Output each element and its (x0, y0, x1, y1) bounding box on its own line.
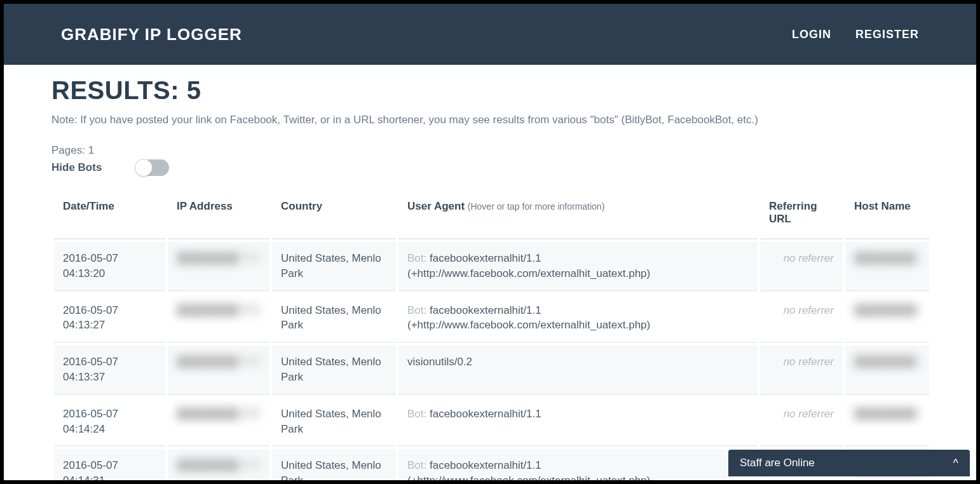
cell-user-agent[interactable]: Bot: facebookexternalhit/1.1 (+http://ww… (398, 242, 758, 292)
table-row: 2016-05-07 04:14:24████████United States… (54, 398, 929, 447)
cell-date: 2016-05-07 04:14:31 (54, 449, 165, 480)
register-link[interactable]: REGISTER (855, 28, 919, 41)
cell-date: 2016-05-07 04:13:37 (54, 346, 165, 395)
table-row: 2016-05-07 04:13:37████████United States… (54, 346, 929, 395)
cell-country: United States, Menlo Park (272, 346, 396, 395)
cell-user-agent[interactable]: Bot: facebookexternalhit/1.1 (398, 398, 758, 447)
th-ua-main: User Agent (407, 200, 465, 212)
table-header-row: Date/Time IP Address Country User Agent … (54, 187, 929, 239)
note-text: Note: If you have posted your link on Fa… (51, 114, 932, 126)
nav-right: LOGIN REGISTER (792, 28, 919, 41)
cell-host: ████████ (845, 242, 929, 292)
cell-date: 2016-05-07 04:13:20 (54, 242, 165, 292)
cell-country: United States, Menlo Park (272, 242, 396, 292)
table-row: 2016-05-07 04:13:27████████United States… (54, 294, 929, 344)
hide-bots-toggle[interactable] (136, 159, 169, 176)
cell-ip: ████████ (168, 398, 269, 447)
cell-referrer: no referrer (760, 242, 843, 292)
th-ua-sub: (Hover or tap for more information) (468, 201, 605, 212)
th-country: Country (272, 187, 396, 239)
th-referring-url: Referring URL (760, 187, 843, 239)
chevron-up-icon: ^ (953, 457, 958, 470)
main-content: RESULTS: 5 Note: If you have posted your… (4, 65, 976, 480)
cell-host: ████████ (845, 346, 929, 395)
chat-widget[interactable]: Staff are Online ^ (728, 450, 970, 476)
cell-date: 2016-05-07 04:14:24 (54, 398, 165, 447)
toggle-knob (135, 159, 153, 177)
cell-referrer: no referrer (760, 346, 843, 395)
brand-logo[interactable]: GRABIFY IP LOGGER (61, 25, 242, 44)
cell-ip: ████████ (168, 449, 269, 480)
hide-bots-row: Hide Bots (51, 159, 932, 176)
cell-user-agent[interactable]: Bot: facebookexternalhit/1.1 (+http://ww… (398, 294, 758, 344)
results-table: Date/Time IP Address Country User Agent … (51, 185, 932, 480)
cell-ip: ████████ (168, 242, 269, 292)
cell-ip: ████████ (168, 294, 269, 344)
cell-referrer: no referrer (760, 294, 843, 344)
th-ip: IP Address (168, 187, 269, 239)
cell-host: ████████ (845, 294, 929, 344)
table-row: 2016-05-07 04:13:20████████United States… (54, 242, 929, 292)
page-title: RESULTS: 5 (51, 76, 932, 105)
cell-date: 2016-05-07 04:13:27 (54, 294, 165, 344)
th-host-name: Host Name (845, 187, 929, 239)
cell-ip: ████████ (168, 346, 269, 395)
hide-bots-label: Hide Bots (51, 161, 102, 174)
th-user-agent: User Agent (Hover or tap for more inform… (398, 187, 758, 239)
chat-label: Staff are Online (740, 457, 815, 469)
cell-user-agent[interactable]: Bot: facebookexternalhit/1.1 (+http://ww… (398, 449, 758, 480)
navbar: GRABIFY IP LOGGER LOGIN REGISTER (4, 4, 976, 65)
cell-referrer: no referrer (760, 398, 843, 447)
th-date: Date/Time (54, 187, 165, 239)
cell-country: United States, Menlo Park (272, 398, 396, 447)
cell-country: United States, Menlo Park (272, 294, 396, 344)
cell-host: ████████ (845, 398, 929, 447)
cell-user-agent[interactable]: visionutils/0.2 (398, 346, 758, 395)
login-link[interactable]: LOGIN (792, 28, 831, 41)
cell-country: United States, Menlo Park (272, 449, 396, 480)
pages-top: Pages: 1 (51, 144, 932, 157)
